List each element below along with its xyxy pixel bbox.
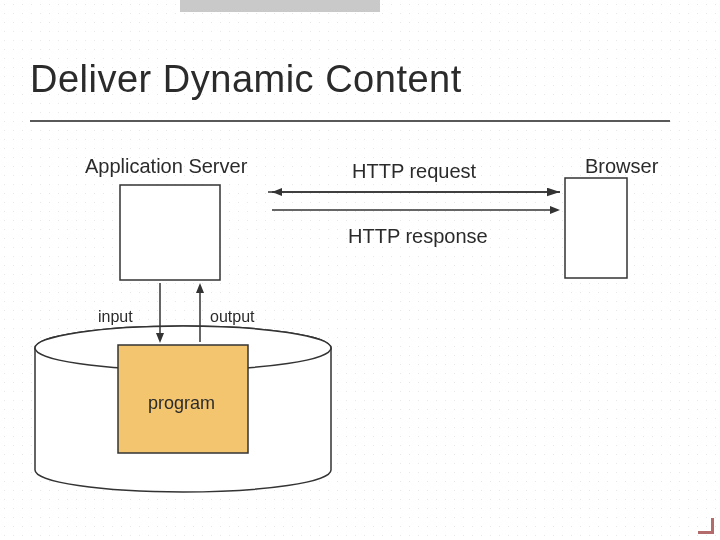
input-label: input [98,308,133,326]
title-underline [30,120,670,122]
program-label: program [148,393,215,414]
http-response-label: HTTP response [348,225,488,248]
application-server-label: Application Server [85,155,247,178]
browser-label: Browser [585,155,658,178]
output-label: output [210,308,254,326]
http-request-label: HTTP request [352,160,476,183]
slide-title: Deliver Dynamic Content [30,58,462,101]
corner-accent-icon [698,518,714,534]
slide: Deliver Dynamic Content Application Serv… [0,0,720,540]
top-accent-bar [180,0,380,12]
